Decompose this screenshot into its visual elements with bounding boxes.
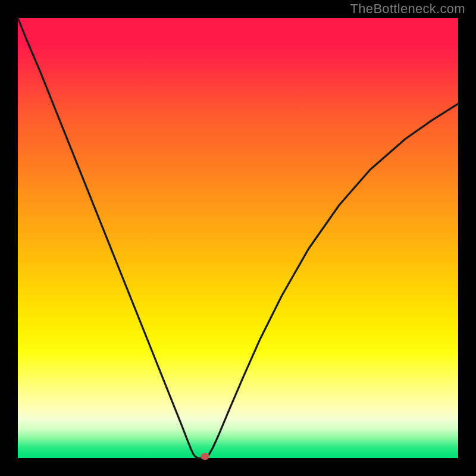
watermark-text: TheBottleneck.com	[350, 1, 465, 17]
chart-frame: TheBottleneck.com	[0, 0, 476, 476]
min-marker	[201, 453, 209, 460]
plot-area	[18, 18, 458, 458]
chart-svg	[18, 18, 458, 458]
bottleneck-curve	[18, 18, 458, 458]
